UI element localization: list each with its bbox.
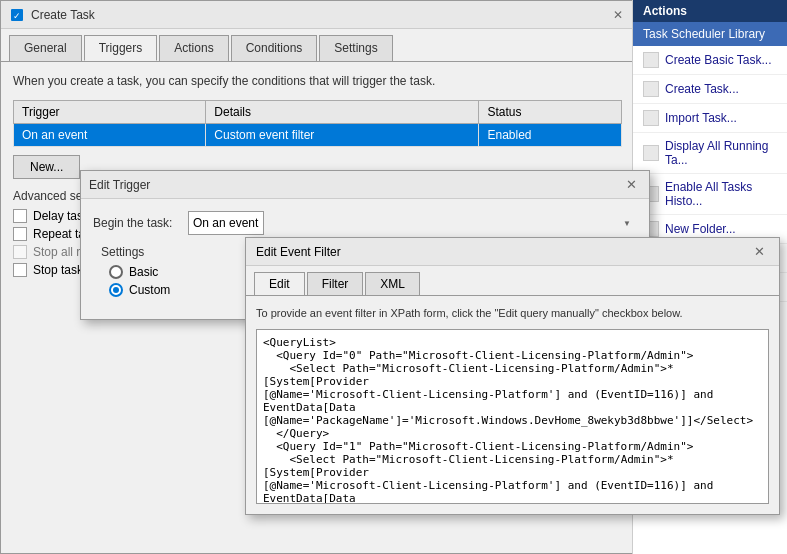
tab-actions[interactable]: Actions xyxy=(159,35,228,61)
action-import-task-label: Import Task... xyxy=(665,111,737,125)
filter-tabs: Edit Filter XML xyxy=(246,266,779,296)
window-icon: ✓ xyxy=(9,7,25,23)
triggers-description: When you create a task, you can specify … xyxy=(13,74,622,88)
radio-basic-label: Basic xyxy=(129,265,158,279)
actions-header: Actions xyxy=(633,0,787,22)
radio-basic-indicator xyxy=(109,265,123,279)
window-title: Create Task xyxy=(31,8,95,22)
delay-task-checkbox[interactable] xyxy=(13,209,27,223)
display-running-icon xyxy=(643,145,659,161)
create-basic-task-icon xyxy=(643,52,659,68)
action-create-basic-task[interactable]: Create Basic Task... xyxy=(633,46,787,75)
action-display-running[interactable]: Display All Running Ta... xyxy=(633,133,787,174)
table-row[interactable]: On an event Custom event filter Enabled xyxy=(14,124,622,147)
edit-trigger-close[interactable]: ✕ xyxy=(621,175,641,195)
radio-custom-indicator xyxy=(109,283,123,297)
stop-task-checkbox[interactable] xyxy=(13,263,27,277)
begin-task-row: Begin the task: On an event xyxy=(93,211,637,235)
main-title-bar: ✓ Create Task ✕ xyxy=(1,1,634,29)
action-new-folder-label: New Folder... xyxy=(665,222,736,236)
filter-dialog-title: Edit Event Filter xyxy=(256,245,341,259)
action-create-task-label: Create Task... xyxy=(665,82,739,96)
filter-tab-edit[interactable]: Edit xyxy=(254,272,305,295)
tab-settings[interactable]: Settings xyxy=(319,35,392,61)
main-tabs: General Triggers Actions Conditions Sett… xyxy=(1,29,634,61)
filter-description: To provide an event filter in XPath form… xyxy=(256,306,769,321)
filter-dialog-close[interactable]: ✕ xyxy=(749,242,769,262)
stop-all-checkbox xyxy=(13,245,27,259)
begin-task-select[interactable]: On an event xyxy=(188,211,264,235)
edit-event-filter-dialog: Edit Event Filter ✕ Edit Filter XML To p… xyxy=(245,237,780,515)
close-button[interactable]: ✕ xyxy=(610,7,626,23)
action-create-task[interactable]: Create Task... xyxy=(633,75,787,104)
radio-custom-label: Custom xyxy=(129,283,170,297)
action-enable-history[interactable]: Enable All Tasks Histo... xyxy=(633,174,787,215)
import-task-icon xyxy=(643,110,659,126)
actions-subheader[interactable]: Task Scheduler Library xyxy=(633,22,787,46)
action-import-task[interactable]: Import Task... xyxy=(633,104,787,133)
tab-triggers[interactable]: Triggers xyxy=(84,35,158,61)
edit-trigger-title-bar: Edit Trigger ✕ xyxy=(81,171,649,199)
row-details: Custom event filter xyxy=(206,124,479,147)
action-enable-history-label: Enable All Tasks Histo... xyxy=(665,180,777,208)
col-details: Details xyxy=(206,101,479,124)
filter-tab-xml[interactable]: XML xyxy=(365,272,420,295)
begin-task-select-wrapper: On an event xyxy=(188,211,637,235)
col-trigger: Trigger xyxy=(14,101,206,124)
row-trigger: On an event xyxy=(14,124,206,147)
xml-content[interactable]: <QueryList> <Query Id="0" Path="Microsof… xyxy=(256,329,769,504)
repeat-task-checkbox[interactable] xyxy=(13,227,27,241)
filter-tab-filter[interactable]: Filter xyxy=(307,272,364,295)
col-status: Status xyxy=(479,101,622,124)
tab-conditions[interactable]: Conditions xyxy=(231,35,318,61)
filter-body: To provide an event filter in XPath form… xyxy=(246,296,779,514)
create-task-icon xyxy=(643,81,659,97)
begin-task-label: Begin the task: xyxy=(93,216,188,230)
filter-dialog-title-bar: Edit Event Filter ✕ xyxy=(246,238,779,266)
tab-general[interactable]: General xyxy=(9,35,82,61)
edit-trigger-title: Edit Trigger xyxy=(89,178,150,192)
action-create-basic-task-label: Create Basic Task... xyxy=(665,53,772,67)
row-status: Enabled xyxy=(479,124,622,147)
trigger-table: Trigger Details Status On an event Custo… xyxy=(13,100,622,147)
action-display-running-label: Display All Running Ta... xyxy=(665,139,777,167)
svg-text:✓: ✓ xyxy=(13,11,21,21)
new-button[interactable]: New... xyxy=(13,155,80,179)
